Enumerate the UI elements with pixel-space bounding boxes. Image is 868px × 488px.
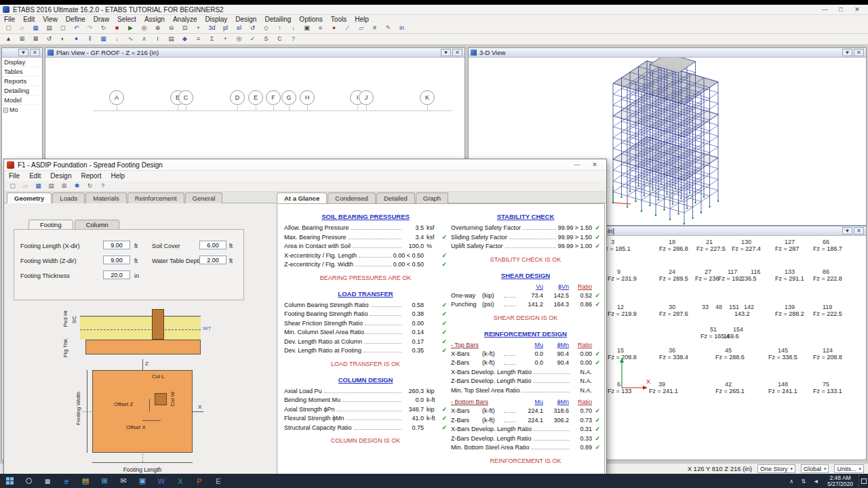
load-combos-icon[interactable]: +	[219, 35, 232, 44]
tab-materials[interactable]: Materials	[85, 192, 127, 203]
object-shrink-icon[interactable]: ▣	[300, 24, 313, 33]
menu-item[interactable]: Define	[62, 16, 90, 23]
grid-bubble[interactable]: D	[230, 90, 245, 105]
edge-icon[interactable]: e	[57, 474, 76, 488]
show-deformed-icon[interactable]: ∿	[124, 35, 137, 44]
tab-detailed[interactable]: Detailed	[376, 192, 415, 203]
search-button[interactable]	[19, 474, 38, 488]
invert-selection-icon[interactable]: ◐	[56, 35, 69, 44]
zoom-out-icon[interactable]: ⊖	[165, 24, 178, 33]
view-3d-icon[interactable]: 3d	[205, 24, 218, 33]
units-icon[interactable]: in	[395, 24, 408, 33]
asdip-menu-item[interactable]: Report	[77, 172, 106, 180]
window-close-button[interactable]: ✕	[452, 49, 462, 56]
redo-icon[interactable]: ↷	[83, 24, 96, 33]
powerpoint-icon[interactable]: P	[190, 474, 209, 488]
tree-expand-icon[interactable]: +	[3, 108, 8, 113]
menu-item[interactable]: View	[39, 16, 62, 23]
perspective-icon[interactable]: ◇	[260, 24, 273, 33]
check-model-icon[interactable]: ✓	[246, 35, 259, 44]
mass-source-icon[interactable]: ◎	[233, 35, 245, 44]
coordinate-system-selector[interactable]: Global ▾	[801, 464, 829, 473]
grid-bubble[interactable]: F	[266, 90, 281, 105]
tab-general[interactable]: General	[185, 192, 223, 203]
grid-bubble[interactable]: E	[248, 90, 263, 105]
select-all-icon[interactable]: ⊞	[16, 35, 28, 44]
start-button[interactable]	[0, 474, 19, 488]
menu-item[interactable]: File	[0, 16, 19, 23]
footing-thickness-field[interactable]	[103, 270, 130, 279]
refresh-window-icon[interactable]: ↻	[97, 24, 110, 33]
asdip-titlebar[interactable]: F1 - ASDIP Foundation - Spread Footing D…	[4, 159, 606, 171]
asdip-minimize-button[interactable]: —	[568, 161, 586, 168]
move-down-story-icon[interactable]: ↓	[287, 24, 300, 33]
new-model-icon[interactable]: ▢	[2, 24, 15, 33]
tab-loads[interactable]: Loads	[52, 192, 85, 203]
print-icon[interactable]: ▤	[43, 24, 56, 33]
zoom-in-icon[interactable]: ⊕	[151, 24, 164, 33]
asdip-menu-item[interactable]: Help	[106, 172, 130, 180]
screenshot-icon[interactable]: ◻	[56, 24, 69, 33]
open-icon[interactable]: ▱	[16, 24, 28, 33]
show-shells-icon[interactable]: ▦	[97, 35, 110, 44]
grid-bubble[interactable]: C	[178, 90, 193, 105]
explorer-item-tables[interactable]: Tables	[2, 67, 42, 77]
draw-joint-icon[interactable]: ●	[328, 24, 340, 33]
close-button[interactable]: ✕	[849, 6, 865, 13]
elevation-view-icon[interactable]: el	[233, 24, 245, 33]
load-cases-icon[interactable]: Σ	[205, 35, 218, 44]
area-sections-icon[interactable]: ▤	[165, 35, 178, 44]
show-joints-icon[interactable]: ●	[70, 35, 83, 44]
action-center-button[interactable]	[859, 474, 868, 488]
tray-expand-icon[interactable]: ∧	[785, 474, 797, 488]
load-patterns-icon[interactable]: ≡	[192, 35, 205, 44]
zoom-fit-icon[interactable]: ⊡	[178, 24, 191, 33]
soil-cover-field[interactable]	[199, 241, 226, 249]
previous-selection-icon[interactable]: ↺	[43, 35, 56, 44]
asdip-help-icon[interactable]: ?	[97, 182, 108, 191]
task-view-button[interactable]: ▦	[38, 474, 57, 488]
plan-view-titlebar[interactable]: Plan View - GF ROOF - Z = 216 (in) ▼ ✕	[45, 48, 465, 58]
excel-icon[interactable]: X	[171, 474, 190, 488]
grid-bubble[interactable]: J	[359, 90, 374, 105]
asdip-menu-item[interactable]: Design	[45, 172, 76, 180]
snap-grid-icon[interactable]: #	[368, 24, 381, 33]
window-shade-button[interactable]: ▼	[842, 227, 852, 235]
menu-item[interactable]: Analyze	[169, 16, 201, 23]
draw-frame-icon[interactable]: ∕	[341, 24, 354, 33]
menu-item[interactable]: Select	[113, 16, 140, 23]
store-icon[interactable]: ⊞	[95, 474, 114, 488]
explorer-item-detailing[interactable]: Detailing	[2, 86, 42, 96]
materials-icon[interactable]: ◆	[178, 35, 191, 44]
menu-item[interactable]: Help	[351, 16, 373, 23]
menu-item[interactable]: Assign	[140, 16, 169, 23]
pointer-select-icon[interactable]: ▲	[2, 35, 15, 44]
network-icon[interactable]: ⇅	[797, 474, 810, 488]
volume-icon[interactable]: ◄	[810, 474, 822, 488]
panel-shade-button[interactable]: ▼	[18, 49, 28, 56]
grid-bubble[interactable]: G	[281, 90, 296, 105]
design-steel-icon[interactable]: S	[260, 35, 273, 44]
asdip-refresh-icon[interactable]: ↻	[84, 182, 96, 191]
display-options-icon[interactable]: ≡	[314, 24, 327, 33]
tab-at-a-glance[interactable]: At a Glance	[277, 192, 327, 203]
units-selector[interactable]: Units... ▾	[834, 464, 864, 473]
tab-geometry[interactable]: Geometry	[7, 192, 52, 203]
footing-width-field[interactable]	[103, 256, 130, 264]
mail-icon[interactable]: ✉	[114, 474, 133, 488]
zoom-rubberband-icon[interactable]: ◎	[138, 24, 151, 33]
taskbar-clock[interactable]: 2:48 AM 5/27/2020	[823, 475, 857, 487]
maximize-button[interactable]: □	[833, 6, 849, 13]
clear-selection-icon[interactable]: ⊠	[29, 35, 42, 44]
asdip-settings-icon[interactable]: ✱	[71, 182, 83, 191]
lock-model-icon[interactable]: ■	[111, 24, 123, 33]
draw-area-icon[interactable]: ▱	[355, 24, 368, 33]
subtab-footing[interactable]: Footing	[28, 220, 73, 230]
asdip-open-icon[interactable]: ▱	[20, 182, 31, 191]
menu-item[interactable]: Design	[231, 16, 260, 23]
footing-length-field[interactable]	[103, 241, 130, 249]
run-analysis-icon[interactable]: ▶	[124, 24, 137, 33]
grid-bubble[interactable]: A	[109, 90, 124, 105]
etabs-taskbar-icon[interactable]: E	[209, 474, 228, 488]
minimize-button[interactable]: —	[816, 6, 833, 13]
